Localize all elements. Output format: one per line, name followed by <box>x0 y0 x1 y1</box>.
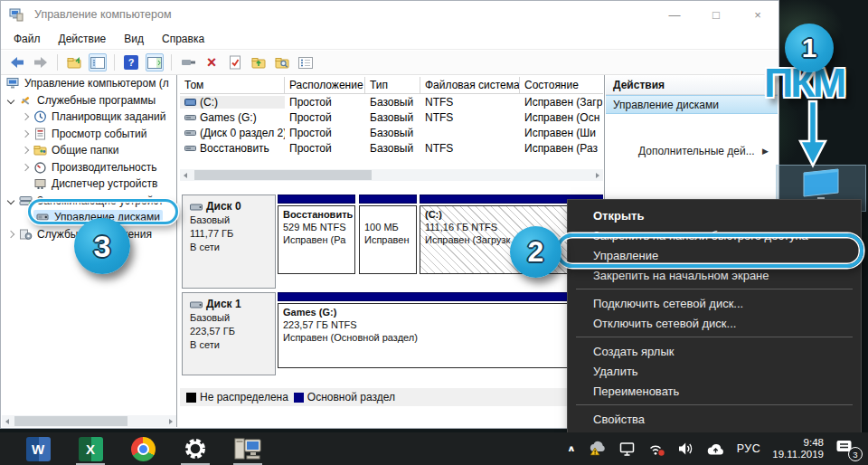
clock[interactable]: 9:48 19.11.2019 <box>772 437 824 460</box>
wifi-error-icon[interactable] <box>648 441 665 457</box>
performance-icon <box>33 161 47 174</box>
toolbar: ? × <box>1 51 778 75</box>
disk-icon <box>190 204 203 211</box>
help-icon[interactable]: ? <box>122 53 140 71</box>
console-tree-icon[interactable] <box>89 53 107 71</box>
network-icon[interactable] <box>619 441 637 457</box>
tree-item-shared-folders[interactable]: Общие папки <box>2 142 176 159</box>
folder-up-icon[interactable] <box>250 53 268 71</box>
table-horizontal-scrollbar[interactable] <box>180 169 603 181</box>
menu-item-pin-start[interactable]: Закрепить на начальном экране <box>568 265 861 285</box>
tree-horizontal-scrollbar[interactable] <box>2 415 176 427</box>
taskbar: W X ∧ РУС 9:48 19.11.2019 3 <box>0 432 868 465</box>
computer-management-taskbar-icon[interactable] <box>228 432 268 465</box>
column-header[interactable]: Тип <box>365 77 420 93</box>
volume-icon <box>184 113 196 122</box>
action-pane-icon[interactable] <box>146 53 164 71</box>
chevron-right-icon[interactable] <box>22 130 29 138</box>
delete-icon[interactable]: × <box>203 53 221 71</box>
close-button[interactable]: × <box>737 1 778 28</box>
volume-row[interactable]: Games (G:) Простой Базовый NTFS Исправен… <box>180 109 603 125</box>
chevron-down-icon[interactable] <box>7 197 14 204</box>
chevron-right-icon[interactable] <box>22 147 29 154</box>
partition-header <box>359 195 417 204</box>
menu-help[interactable]: Справка <box>153 30 213 48</box>
menu-item-rename[interactable]: Переименовать <box>568 381 861 401</box>
chrome-taskbar-icon[interactable] <box>123 432 163 465</box>
excel-taskbar-icon[interactable]: X <box>71 432 110 465</box>
chevron-right-icon[interactable] <box>22 164 29 171</box>
column-header[interactable]: Том <box>180 77 285 93</box>
column-header[interactable]: Файловая система <box>420 77 520 93</box>
tree-item-storage[interactable]: Запоминающие устройст <box>2 193 176 210</box>
volume-row[interactable]: Восстановить Простой Базовый NTFS Исправ… <box>180 140 603 156</box>
menu-separator <box>576 404 853 405</box>
partition-recovery[interactable]: Восстановить 529 МБ NTFS Исправен (Ра <box>278 195 355 289</box>
menu-item-create-shortcut[interactable]: Создать ярлык <box>568 341 861 361</box>
tree-item-performance[interactable]: Производительность <box>2 159 176 176</box>
notification-center-icon[interactable]: 3 <box>835 439 859 459</box>
check-document-icon[interactable] <box>226 53 244 71</box>
tree-item-event-viewer[interactable]: Просмотр событий <box>2 126 176 143</box>
menu-file[interactable]: Файл <box>5 30 50 48</box>
export-list-icon[interactable] <box>179 53 197 71</box>
volume-table: Том Расположение Тип Файловая система Со… <box>180 77 603 156</box>
volume-icon <box>184 98 196 107</box>
back-icon[interactable] <box>8 53 26 71</box>
tray-expand-icon[interactable]: ∧ <box>567 443 576 453</box>
partition-games[interactable]: Games (G:) 223,57 ГБ NTFS Исправен (Осно… <box>278 292 603 375</box>
menu-view[interactable]: Вид <box>115 30 153 48</box>
menu-item-pin-quick-access[interactable]: Закрепить на панели быстрого доступа <box>568 225 861 245</box>
storage-icon <box>19 195 33 207</box>
scroll-left-icon[interactable] <box>5 419 9 424</box>
language-indicator[interactable]: РУС <box>737 442 761 455</box>
chevron-down-icon[interactable] <box>7 97 14 104</box>
properties-list-icon[interactable] <box>297 53 315 71</box>
word-taskbar-icon[interactable]: W <box>18 432 58 465</box>
scrollbar-thumb[interactable] <box>194 170 372 180</box>
tree-item-computer-management[interactable]: Управление компьютером (л <box>2 75 176 92</box>
menu-item-map-network-drive[interactable]: Подключить сетевой диск... <box>568 293 861 313</box>
column-header[interactable]: Расположение <box>285 77 365 93</box>
onedrive-cloud-icon[interactable] <box>706 442 725 456</box>
chevron-right-icon[interactable] <box>22 113 29 120</box>
open-folder-icon[interactable] <box>65 53 83 71</box>
system-tray: ∧ РУС 9:48 19.11.2019 3 <box>567 437 868 460</box>
minimize-button[interactable]: — <box>654 1 695 28</box>
device-manager-icon <box>33 177 47 190</box>
menu-bar: Файл Действие Вид Справка <box>1 28 778 50</box>
menu-item-properties[interactable]: Свойства <box>568 409 861 429</box>
maximize-button[interactable]: □ <box>695 1 737 28</box>
tree-item-system-tools[interactable]: Служебные программы <box>2 92 176 109</box>
toolbar-separator <box>114 54 115 71</box>
scroll-right-icon[interactable] <box>169 419 173 424</box>
menu-action[interactable]: Действие <box>50 30 116 48</box>
speaker-icon[interactable] <box>677 441 694 456</box>
actions-more-item[interactable]: Дополнительные дей... ▶ <box>606 145 778 157</box>
disk-0-label[interactable]: Диск 0 Базовый 111,77 ГБ В сети <box>182 195 276 289</box>
folder-search-icon[interactable] <box>273 53 291 71</box>
actions-selected-item[interactable]: Управление дисками <box>606 95 778 114</box>
settings-taskbar-icon[interactable] <box>175 432 215 465</box>
chevron-right-icon[interactable] <box>7 231 14 238</box>
scroll-left-icon[interactable] <box>184 173 187 178</box>
menu-item-delete[interactable]: Удалить <box>568 361 861 381</box>
tree-item-device-manager[interactable]: Диспетчер устройств <box>2 176 176 193</box>
scroll-right-icon[interactable] <box>596 173 599 178</box>
volume-row[interactable]: (Диск 0 раздел 2) Простой Базовый Исправ… <box>180 125 603 140</box>
actions-header: Действия <box>606 75 778 95</box>
column-header[interactable]: Состояние <box>520 77 603 93</box>
menu-item-disconnect-network-drive[interactable]: Отключить сетевой диск... <box>568 313 861 333</box>
menu-item-manage[interactable]: Управление <box>568 245 861 265</box>
cloud-warning-icon[interactable] <box>588 441 608 457</box>
scrollbar-thumb[interactable] <box>14 416 127 426</box>
down-arrow-annotation <box>796 100 830 168</box>
forward-icon[interactable] <box>32 53 50 71</box>
disk-1-label[interactable]: Диск 1 Базовый 223,57 ГБ В сети <box>182 292 276 375</box>
tree-item-task-scheduler[interactable]: Планировщик заданий <box>2 109 176 126</box>
disk-1-partitions: Games (G:) 223,57 ГБ NTFS Исправен (Осно… <box>278 292 601 375</box>
volume-row[interactable]: (C:) Простой Базовый NTFS Исправен (Загр <box>180 94 603 109</box>
menu-item-open[interactable]: Открыть <box>568 205 861 225</box>
partition-system[interactable]: 100 МБ Исправен <box>359 195 417 289</box>
step-1-badge: 1 <box>785 24 834 72</box>
